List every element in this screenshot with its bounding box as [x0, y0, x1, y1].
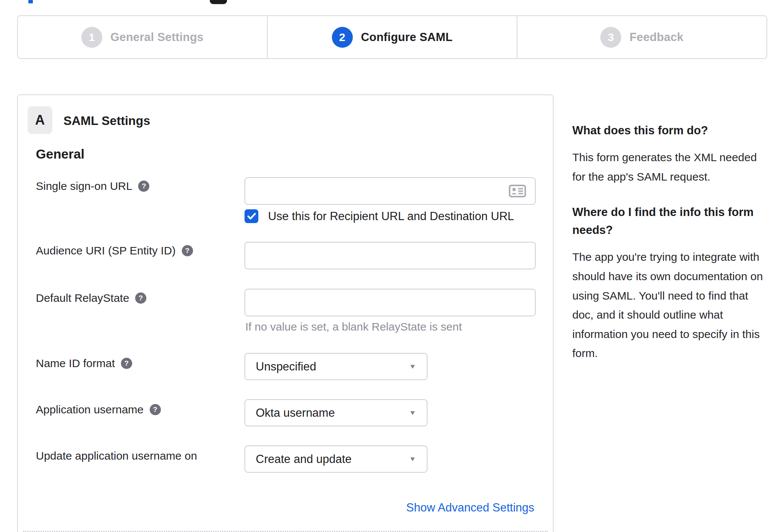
chevron-down-icon: ▼: [409, 409, 416, 417]
step-configure-saml[interactable]: 2 Configure SAML: [267, 16, 517, 58]
audience-uri-label: Audience URI (SP Entity ID): [36, 244, 176, 257]
help-sidebar: What does this form do? This form genera…: [572, 122, 763, 380]
help-heading-where: Where do I find the info this form needs…: [572, 203, 763, 239]
cutoff-header-fragment: [210, 0, 227, 4]
app-username-value: Okta username: [256, 406, 335, 420]
show-advanced-settings-link[interactable]: Show Advanced Settings: [406, 501, 534, 514]
step-feedback[interactable]: 3 Feedback: [517, 16, 766, 58]
sso-url-input[interactable]: [245, 177, 536, 205]
step-1-number-badge: 1: [81, 27, 102, 48]
app-username-dropdown[interactable]: Okta username ▼: [245, 399, 427, 426]
nameid-format-value: Unspecified: [256, 360, 316, 373]
step-general-settings[interactable]: 1 General Settings: [18, 16, 267, 58]
section-title: SAML Settings: [63, 114, 150, 128]
step-2-number-badge: 2: [332, 27, 353, 48]
section-a-badge: A: [28, 106, 52, 134]
app-username-label: Application username: [36, 403, 144, 416]
nameid-format-label-row: Name ID format ?: [36, 357, 132, 370]
general-group-title: General: [36, 147, 84, 162]
contact-card-icon[interactable]: [509, 185, 526, 197]
relaystate-label: Default RelayState: [36, 292, 129, 304]
audience-uri-input[interactable]: [245, 242, 536, 269]
wizard-stepper: 1 General Settings 2 Configure SAML 3 Fe…: [17, 15, 767, 59]
audience-uri-label-row: Audience URI (SP Entity ID) ?: [36, 244, 193, 257]
saml-wizard-screen: 1 General Settings 2 Configure SAML 3 Fe…: [0, 0, 781, 532]
help-icon[interactable]: ?: [182, 245, 193, 256]
step-1-label: General Settings: [111, 31, 204, 44]
update-username-dropdown[interactable]: Create and update ▼: [245, 445, 427, 473]
help-icon[interactable]: ?: [138, 181, 149, 192]
sso-url-label: Single sign-on URL: [36, 180, 132, 193]
step-2-label: Configure SAML: [361, 31, 453, 44]
help-icon[interactable]: ?: [121, 358, 132, 369]
checkmark-icon: [247, 213, 256, 220]
update-username-value: Create and update: [256, 453, 352, 466]
update-username-label-row: Update application username on: [36, 450, 197, 462]
recipient-url-checkbox-label[interactable]: Use this for Recipient URL and Destinati…: [268, 210, 514, 223]
help-icon[interactable]: ?: [135, 292, 146, 304]
chevron-down-icon: ▼: [409, 456, 416, 463]
app-username-label-row: Application username ?: [36, 403, 161, 416]
relaystate-hint: If no value is set, a blank RelayState i…: [245, 320, 462, 333]
step-3-number-badge: 3: [600, 27, 621, 48]
cutoff-logo-fragment: [28, 0, 33, 3]
nameid-format-dropdown[interactable]: Unspecified ▼: [245, 353, 427, 380]
help-body-where: The app you're trying to integrate with …: [572, 247, 763, 363]
help-icon[interactable]: ?: [150, 404, 161, 415]
chevron-down-icon: ▼: [409, 363, 416, 370]
step-3-label: Feedback: [629, 31, 684, 44]
help-body-what: This form generates the XML needed for t…: [572, 148, 763, 186]
relaystate-input[interactable]: [245, 289, 536, 316]
relaystate-label-row: Default RelayState ?: [36, 292, 146, 304]
sso-url-label-row: Single sign-on URL ?: [36, 180, 149, 193]
nameid-format-label: Name ID format: [36, 357, 115, 370]
update-username-label: Update application username on: [36, 450, 197, 462]
recipient-url-checkbox-row: Use this for Recipient URL and Destinati…: [245, 209, 514, 223]
help-heading-what: What does this form do?: [572, 122, 763, 140]
saml-settings-panel: A SAML Settings General Single sign-on U…: [17, 94, 554, 532]
recipient-url-checkbox[interactable]: [245, 209, 258, 223]
